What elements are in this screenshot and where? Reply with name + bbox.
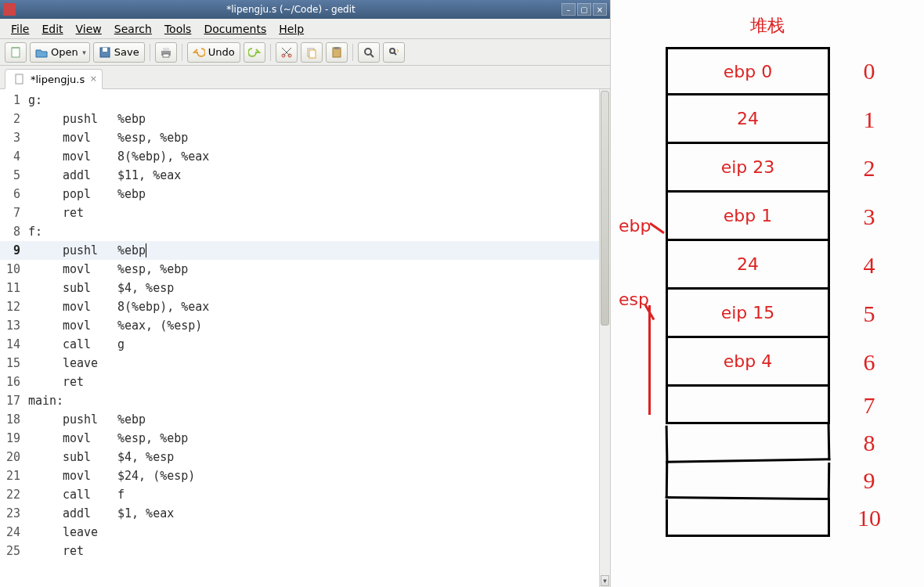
code-text-content: ret [25,544,117,558]
scrollbar-thumb[interactable] [601,91,609,326]
line-number: 24 [0,525,25,539]
code-line[interactable]: 4movl8(%ebp), %eax [0,147,610,166]
code-text-content: subl$4, %esp [25,281,174,295]
menu-tools[interactable]: Tools [158,21,198,37]
stack-cell: ebp 0 [666,47,830,95]
stack-index: 2 [846,144,893,193]
line-number: 7 [0,206,25,220]
code-text-content: movl8(%ebp), %eax [25,300,209,314]
divider [352,44,353,61]
line-number: 4 [0,149,25,164]
code-text-content: pushl%ebp [25,112,146,126]
code-text-content: pushl%ebp [25,243,146,257]
code-text-content: movl%eax, (%esp) [25,319,202,333]
code-line[interactable]: 6popl%ebp [0,185,610,203]
minimize-button[interactable]: – [561,3,576,16]
menu-view[interactable]: View [70,21,108,37]
line-number: 15 [0,356,25,370]
ebp-pointer-label: ebp [619,216,651,236]
menu-edit[interactable]: Edit [35,21,69,37]
code-line[interactable]: 22callf [0,485,610,504]
code-line[interactable]: 1g: [0,91,610,110]
close-button[interactable]: × [593,3,607,16]
stack-index: 5 [846,290,893,338]
editor-area[interactable]: 1g:2pushl%ebp3movl%esp, %ebp4movl8(%ebp)… [0,89,610,587]
save-button[interactable]: Save [93,42,145,63]
code-line[interactable]: 10movl%esp, %ebp [0,260,610,279]
window-title: *lipengju.s (~/Code) - gedit [20,4,561,15]
stack-index: 4 [846,241,893,290]
find-button[interactable] [358,42,380,63]
line-number: 1 [0,93,25,107]
line-number: 10 [0,262,25,276]
stack-cell: 24 [666,95,830,144]
code-line[interactable]: 11subl$4, %esp [0,279,610,297]
stack-index: 8 [846,424,893,462]
code-line[interactable]: 19movl%esp, %ebp [0,429,610,448]
code-text-content: movl$24, (%esp) [25,469,195,483]
line-number: 8 [0,225,25,239]
print-button[interactable] [155,42,177,63]
maximize-button[interactable]: ▢ [577,3,591,16]
editor-window: *lipengju.s (~/Code) - gedit – ▢ × File … [0,0,611,587]
code-line[interactable]: 8f: [0,222,610,241]
new-file-button[interactable] [5,42,27,63]
line-number: 5 [0,168,25,182]
code-line[interactable]: 5addl$11, %eax [0,166,610,185]
code-line[interactable]: 7ret [0,203,610,222]
code-line[interactable]: 9pushl%ebp [0,241,610,260]
redo-icon [248,46,261,59]
code-line[interactable]: 16ret [0,373,610,391]
menu-help[interactable]: Help [273,21,310,37]
divider [270,44,271,61]
open-button[interactable]: Open ▾ [30,42,90,63]
code-line[interactable]: 13movl%eax, (%esp) [0,316,610,335]
code-text[interactable]: 1g:2pushl%ebp3movl%esp, %ebp4movl8(%ebp)… [0,89,610,587]
menu-bar: File Edit View Search Tools Documents He… [0,19,610,39]
code-line[interactable]: 18pushl%ebp [0,410,610,429]
code-text-content: callg [25,337,125,351]
stack-index: 7 [846,387,893,424]
code-text-content: popl%ebp [25,187,146,201]
stack-sketch: 堆栈 ebp 024eip 23ebp 124eip 15ebp 4 01234… [611,0,924,587]
code-line[interactable]: 21movl$24, (%esp) [0,466,610,485]
code-line[interactable]: 2pushl%ebp [0,110,610,128]
code-line[interactable]: 12movl8(%ebp), %eax [0,297,610,316]
folder-open-icon [35,46,48,59]
copy-button[interactable] [301,42,323,63]
scroll-down-button[interactable]: ▾ [601,575,609,586]
esp-pointer-line [648,305,651,415]
paste-button[interactable] [326,42,348,63]
line-number: 9 [0,243,25,257]
menu-documents[interactable]: Documents [197,21,273,37]
code-line[interactable]: 15leave [0,354,610,373]
undo-button[interactable]: Undo [187,42,240,63]
cut-button[interactable] [276,42,298,63]
code-line[interactable]: 25ret [0,542,610,560]
divider [182,44,182,61]
redo-button[interactable] [244,42,265,63]
find-replace-icon [388,46,400,59]
code-text-content: leave [25,525,117,539]
window-controls: – ▢ × [561,3,607,16]
code-line[interactable]: 23addl$1, %eax [0,504,610,523]
paste-icon [330,46,343,59]
save-label: Save [114,46,139,58]
tab-close-button[interactable]: × [88,73,99,84]
code-text-content: callf [25,488,125,502]
line-number: 22 [0,488,25,502]
code-line[interactable]: 24leave [0,523,610,542]
save-icon [99,46,111,59]
code-line[interactable]: 3movl%esp, %ebp [0,128,610,147]
menu-search[interactable]: Search [108,21,158,37]
menu-file[interactable]: File [5,21,35,37]
code-line[interactable]: 14callg [0,335,610,354]
file-tab[interactable]: *lipengju.s × [5,69,103,89]
stack-index-column: 012345678910 [846,47,893,537]
scrollbar[interactable]: ▾ [599,89,610,587]
find-replace-button[interactable] [383,42,405,63]
code-line[interactable]: 17main: [0,391,610,410]
code-line[interactable]: 20subl$4, %esp [0,448,610,466]
stack-index: 10 [846,499,893,537]
code-text-content: g: [25,93,42,107]
